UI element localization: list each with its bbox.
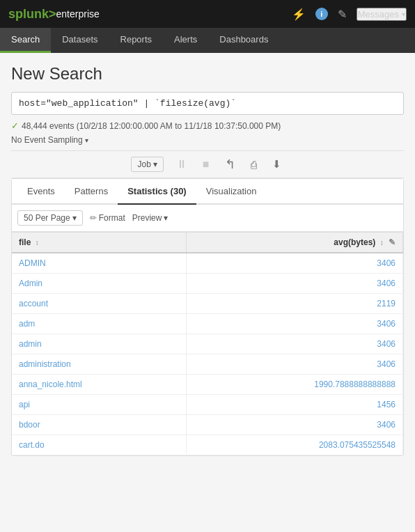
tab-patterns[interactable]: Patterns <box>65 179 118 205</box>
preview-button[interactable]: Preview ▾ <box>132 213 169 223</box>
preview-caret: ▾ <box>164 213 168 223</box>
stop-button[interactable]: ■ <box>200 157 212 172</box>
file-link[interactable]: ADMIN <box>19 258 46 268</box>
edit-icon[interactable]: ✎ <box>338 8 347 21</box>
avg-sort-icon[interactable]: ↕ <box>380 239 384 247</box>
avg-value: 1990.7888888888888 <box>314 380 396 389</box>
nav-item-reports[interactable]: Reports <box>109 28 164 53</box>
nav-item-dashboards[interactable]: Dashboards <box>208 28 279 53</box>
format-icon: ✏ <box>90 213 97 223</box>
top-icons: ⚡ i ✎ Messages ▾ <box>292 8 407 21</box>
job-caret: ▾ <box>153 159 157 169</box>
table-row: admin 3406 <box>12 334 403 354</box>
activity-icon[interactable]: ⚡ <box>292 8 306 21</box>
tab-statistics[interactable]: Statistics (30) <box>118 179 196 205</box>
file-link[interactable]: administration <box>19 359 71 369</box>
format-button[interactable]: ✏ Format <box>90 213 125 223</box>
cell-avg-bytes: 3406 <box>187 415 403 435</box>
events-check-icon: ✓ <box>11 120 19 131</box>
avg-value: 3406 <box>377 319 396 329</box>
tab-events[interactable]: Events <box>17 179 65 205</box>
brand-enterprise: enterprise <box>56 8 100 19</box>
cell-avg-bytes: 3406 <box>187 274 403 294</box>
search-input[interactable]: host="web_application" | `filesize(avg)` <box>11 92 404 115</box>
sampling-row: No Event Sampling ▾ <box>11 135 404 145</box>
cell-avg-bytes: 3406 <box>187 354 403 375</box>
table-row: cart.do 2083.075435525548 <box>12 435 403 455</box>
cell-avg-bytes: 2119 <box>187 294 403 314</box>
preview-label: Preview <box>132 213 162 223</box>
tab-visualization[interactable]: Visualization <box>196 179 267 205</box>
table-row: Admin 3406 <box>12 274 403 294</box>
export-button[interactable]: ⬇ <box>269 157 284 172</box>
avg-value: 3406 <box>377 258 396 268</box>
per-page-button[interactable]: 50 Per Page ▾ <box>17 210 83 226</box>
table-row: account 2119 <box>12 294 403 314</box>
main-panel: Events Patterns Statistics (30) Visualiz… <box>11 178 404 456</box>
brand: splunk>enterprise <box>8 7 100 22</box>
per-page-caret: ▾ <box>72 213 77 223</box>
cell-file: ADMIN <box>12 253 187 274</box>
job-label: Job <box>137 159 150 169</box>
table-row: adm 3406 <box>12 314 403 334</box>
file-link[interactable]: Admin <box>19 279 42 288</box>
cell-file: administration <box>12 354 187 375</box>
cell-avg-bytes: 2083.075435525548 <box>187 435 403 455</box>
top-bar: splunk>enterprise ⚡ i ✎ Messages ▾ <box>0 0 415 28</box>
nav-item-search[interactable]: Search <box>0 28 51 53</box>
messages-caret: ▾ <box>402 10 405 18</box>
brand-splunk: splunk> <box>8 7 56 22</box>
file-link[interactable]: admin <box>19 339 42 349</box>
page-content: New Search host="web_application" | `fil… <box>0 53 415 456</box>
col-header-avg-bytes: avg(bytes) ↕ ✎ <box>187 233 403 253</box>
table-header-row: file ↕ avg(bytes) ↕ ✎ <box>12 233 403 253</box>
file-link[interactable]: bdoor <box>19 420 40 430</box>
nav-item-alerts[interactable]: Alerts <box>163 28 208 53</box>
sampling-button[interactable]: No Event Sampling ▾ <box>11 135 88 145</box>
pause-button[interactable]: ⏸ <box>173 157 190 172</box>
nav-bar: Search Datasets Reports Alerts Dashboard… <box>0 28 415 53</box>
file-link[interactable]: api <box>19 400 30 409</box>
sampling-caret: ▾ <box>85 136 88 144</box>
avg-edit-icon[interactable]: ✎ <box>389 237 396 247</box>
cell-avg-bytes: 3406 <box>187 334 403 354</box>
share-button[interactable]: ↰ <box>222 155 238 173</box>
messages-button[interactable]: Messages ▾ <box>357 8 407 21</box>
file-link[interactable]: adm <box>19 319 35 329</box>
table-row: api 1456 <box>12 395 403 415</box>
cell-avg-bytes: 1456 <box>187 395 403 415</box>
cell-file: cart.do <box>12 435 187 455</box>
cell-file: Admin <box>12 274 187 294</box>
cell-file: api <box>12 395 187 415</box>
file-link[interactable]: account <box>19 299 48 308</box>
nav-item-datasets[interactable]: Datasets <box>51 28 109 53</box>
avg-value: 1456 <box>377 400 396 409</box>
job-button[interactable]: Job ▾ <box>131 157 163 172</box>
table-row: ADMIN 3406 <box>12 253 403 274</box>
cell-file: admin <box>12 334 187 354</box>
avg-value: 3406 <box>377 359 396 369</box>
options-row: 50 Per Page ▾ ✏ Format Preview ▾ <box>12 205 403 232</box>
print-button[interactable]: ⎙ <box>248 157 260 172</box>
avg-value: 3406 <box>377 420 396 430</box>
file-link[interactable]: cart.do <box>19 440 45 450</box>
table-row: administration 3406 <box>12 354 403 375</box>
table-row: anna_nicole.html 1990.7888888888888 <box>12 375 403 395</box>
cell-file: bdoor <box>12 415 187 435</box>
cell-file: adm <box>12 314 187 334</box>
col-header-file: file ↕ <box>12 233 187 253</box>
file-link[interactable]: anna_nicole.html <box>19 380 82 389</box>
results-table: file ↕ avg(bytes) ↕ ✎ ADMIN 3406 <box>12 232 403 455</box>
file-sort-icon[interactable]: ↕ <box>36 239 39 247</box>
page-title: New Search <box>11 64 404 84</box>
events-text: 48,444 events (10/2/18 12:00:00.000 AM t… <box>22 121 281 131</box>
messages-label: Messages <box>358 9 399 19</box>
per-page-label: 50 Per Page <box>24 213 70 223</box>
events-info: ✓ 48,444 events (10/2/18 12:00:00.000 AM… <box>11 120 404 131</box>
format-label: Format <box>99 213 125 223</box>
sampling-label: No Event Sampling <box>11 135 83 145</box>
info-icon[interactable]: i <box>315 8 328 20</box>
cell-file: account <box>12 294 187 314</box>
cell-avg-bytes: 3406 <box>187 314 403 334</box>
avg-value: 3406 <box>377 339 396 349</box>
